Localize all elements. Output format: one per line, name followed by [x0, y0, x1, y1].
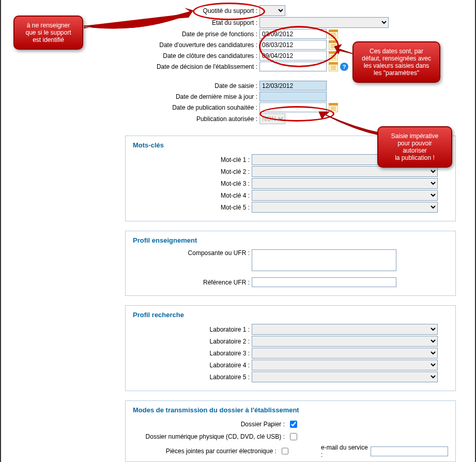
date-maj-input [259, 92, 327, 101]
etat-support-label: Etat du support : [125, 19, 259, 26]
profil-ens-title: Profil enseignement [133, 236, 448, 244]
date-pub-input[interactable] [259, 102, 327, 112]
annotation-callout: à ne renseigner que si le support est id… [13, 16, 83, 50]
annotation-callout: Ces dates sont, par défaut, renseignées … [352, 41, 440, 83]
email-service-input[interactable] [371, 446, 448, 456]
motcle1-label: Mot-clé 1 : [133, 156, 252, 163]
calendar-icon[interactable] [329, 103, 338, 112]
modes-title: Modes de transmission du dossier à l'éta… [133, 406, 448, 414]
dossier-papier-label: Dossier Papier : [133, 421, 288, 428]
calendar-icon[interactable] [329, 62, 338, 71]
date-ouverture-input[interactable] [259, 40, 327, 50]
svg-rect-11 [329, 51, 338, 54]
date-ouverture-label: Date d'ouverture des candidatures : [125, 41, 259, 49]
date-cloture-input[interactable] [259, 51, 327, 61]
date-prise-fonctions-input[interactable] [259, 29, 327, 39]
labo5-select[interactable] [252, 371, 438, 382]
labo3-select[interactable] [252, 348, 438, 359]
pj-email-checkbox[interactable] [282, 448, 288, 455]
svg-rect-21 [329, 103, 338, 106]
composante-textarea[interactable] [252, 249, 396, 271]
labo3-label: Laboratoire 3 : [133, 350, 252, 357]
quotite-support-select[interactable] [259, 5, 285, 16]
ref-ufr-input[interactable] [252, 277, 396, 287]
profil-ens-panel: Profil enseignement Composante ou UFR : … [125, 231, 456, 296]
motcle2-select[interactable] [252, 166, 438, 177]
motcle5-label: Mot-clé 5 : [133, 204, 252, 211]
calendar-icon[interactable] [329, 51, 338, 61]
motcle2-label: Mot-clé 2 : [133, 168, 252, 175]
labo4-label: Laboratoire 4 : [133, 362, 252, 369]
date-pub-label: Date de publication souhaitée : [125, 104, 259, 111]
motcle5-select[interactable] [252, 202, 438, 213]
labo4-select[interactable] [252, 360, 438, 370]
date-cloture-label: Date de clôture des candidatures : [125, 52, 259, 59]
date-saisie-input [259, 81, 327, 91]
modes-panel: Modes de transmission du dossier à l'éta… [125, 400, 456, 462]
ref-ufr-label: Référence UFR : [133, 279, 252, 286]
svg-rect-6 [329, 40, 338, 43]
svg-rect-1 [329, 29, 338, 32]
motcle4-label: Mot-clé 4 : [133, 192, 252, 199]
dossier-num-checkbox[interactable] [290, 433, 297, 440]
pj-email-label: Pièces jointes par courrier électronique… [133, 448, 280, 455]
pub-autorisee-label: Publication autorisée : [125, 115, 259, 123]
labo1-label: Laboratoire 1 : [133, 326, 252, 333]
date-prise-fonctions-label: Date de prise de fonctions : [125, 31, 259, 38]
motcle4-select[interactable] [252, 190, 438, 201]
labo2-select[interactable] [252, 336, 438, 347]
labo1-select[interactable] [252, 324, 438, 335]
motcle3-select[interactable] [252, 178, 438, 189]
date-maj-label: Date de dernière mise à jour : [125, 93, 259, 100]
profil-rech-panel: Profil recherche Laboratoire 1 : Laborat… [125, 305, 456, 391]
composante-label: Composante ou UFR : [133, 249, 252, 257]
dossier-papier-checkbox[interactable] [290, 421, 297, 428]
calendar-icon[interactable] [329, 40, 338, 50]
help-icon[interactable]: ? [340, 63, 348, 71]
motcle3-label: Mot-clé 3 : [133, 180, 252, 187]
labo2-label: Laboratoire 2 : [133, 338, 252, 345]
profil-rech-title: Profil recherche [133, 311, 448, 319]
etat-support-select[interactable] [259, 17, 389, 28]
date-decision-input[interactable] [259, 62, 327, 71]
date-saisie-label: Date de saisie : [125, 82, 259, 90]
svg-rect-16 [329, 62, 338, 65]
quotite-support-label: Quotité du support : [125, 7, 259, 14]
calendar-icon[interactable] [329, 29, 338, 39]
annotation-callout: Saisie impérative pour pouvoir autoriser… [377, 126, 452, 168]
email-service-label: e-mail du service : [321, 444, 371, 458]
date-decision-label: Date de décision de l'établissement : [125, 63, 259, 70]
dossier-num-label: Dossier numérique physique (CD, DVD, clé… [133, 433, 288, 440]
pub-autorisee-select: NON [259, 113, 285, 124]
labo5-label: Laboratoire 5 : [133, 374, 252, 381]
